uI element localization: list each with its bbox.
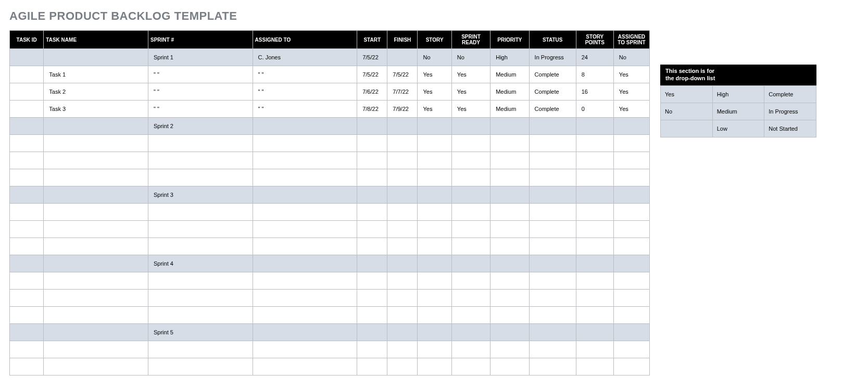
cell[interactable]: Complete	[529, 66, 576, 83]
cell[interactable]	[44, 49, 148, 66]
cell[interactable]	[148, 290, 253, 307]
cell[interactable]	[529, 186, 576, 204]
cell[interactable]: Task 1	[44, 66, 148, 83]
cell[interactable]	[44, 221, 148, 238]
cell[interactable]	[10, 272, 44, 290]
cell[interactable]	[418, 358, 451, 376]
cell[interactable]	[451, 186, 490, 204]
cell[interactable]	[529, 152, 576, 169]
cell[interactable]	[357, 221, 387, 238]
cell[interactable]	[613, 221, 649, 238]
cell[interactable]	[44, 118, 148, 135]
cell[interactable]	[357, 307, 387, 324]
cell[interactable]	[451, 221, 490, 238]
cell[interactable]	[418, 238, 451, 255]
cell[interactable]	[576, 290, 613, 307]
cell[interactable]: Yes	[613, 66, 649, 83]
cell[interactable]	[44, 341, 148, 358]
cell[interactable]: No	[613, 49, 649, 66]
cell[interactable]	[529, 290, 576, 307]
cell[interactable]	[10, 135, 44, 152]
cell[interactable]	[253, 186, 357, 204]
cell[interactable]	[529, 307, 576, 324]
cell[interactable]	[10, 152, 44, 169]
cell[interactable]: 8	[576, 66, 613, 83]
cell[interactable]	[490, 238, 529, 255]
cell[interactable]	[44, 135, 148, 152]
cell[interactable]	[387, 324, 418, 341]
cell[interactable]	[387, 152, 418, 169]
cell[interactable]	[418, 221, 451, 238]
cell[interactable]	[148, 238, 253, 255]
cell[interactable]	[357, 290, 387, 307]
cell[interactable]: 7/5/22	[357, 49, 387, 66]
cell[interactable]	[10, 66, 44, 83]
cell[interactable]	[357, 204, 387, 221]
cell[interactable]	[529, 169, 576, 186]
cell[interactable]: 0	[576, 101, 613, 118]
cell[interactable]	[253, 204, 357, 221]
cell[interactable]: 7/7/22	[387, 83, 418, 101]
cell[interactable]: Sprint 1	[148, 49, 253, 66]
cell[interactable]: " "	[253, 101, 357, 118]
cell[interactable]	[451, 272, 490, 290]
cell[interactable]	[576, 238, 613, 255]
cell[interactable]	[10, 169, 44, 186]
cell[interactable]	[148, 204, 253, 221]
cell[interactable]	[148, 152, 253, 169]
cell[interactable]	[387, 169, 418, 186]
cell[interactable]	[357, 324, 387, 341]
cell[interactable]	[418, 272, 451, 290]
cell[interactable]	[148, 358, 253, 376]
cell[interactable]: " "	[148, 83, 253, 101]
cell[interactable]	[451, 135, 490, 152]
cell[interactable]: Medium	[490, 83, 529, 101]
cell[interactable]: 7/5/22	[357, 66, 387, 83]
cell[interactable]	[253, 169, 357, 186]
cell[interactable]: " "	[148, 101, 253, 118]
cell[interactable]	[451, 204, 490, 221]
cell[interactable]	[613, 307, 649, 324]
cell[interactable]	[418, 307, 451, 324]
cell[interactable]	[529, 204, 576, 221]
cell[interactable]	[387, 118, 418, 135]
cell[interactable]: Sprint 2	[148, 118, 253, 135]
cell[interactable]	[357, 152, 387, 169]
cell[interactable]	[387, 307, 418, 324]
cell[interactable]	[148, 221, 253, 238]
cell[interactable]	[44, 272, 148, 290]
cell[interactable]	[253, 135, 357, 152]
cell[interactable]	[418, 169, 451, 186]
cell[interactable]	[357, 255, 387, 272]
cell[interactable]	[576, 358, 613, 376]
cell[interactable]	[529, 324, 576, 341]
cell[interactable]: Yes	[451, 66, 490, 83]
cell[interactable]	[490, 204, 529, 221]
cell[interactable]	[576, 118, 613, 135]
cell[interactable]	[613, 152, 649, 169]
cell[interactable]: 7/6/22	[357, 83, 387, 101]
cell[interactable]: Sprint 4	[148, 255, 253, 272]
cell[interactable]	[387, 358, 418, 376]
cell[interactable]	[576, 272, 613, 290]
cell[interactable]	[576, 324, 613, 341]
cell[interactable]	[576, 255, 613, 272]
cell[interactable]	[529, 255, 576, 272]
cell[interactable]	[529, 341, 576, 358]
cell[interactable]	[10, 221, 44, 238]
cell[interactable]	[576, 152, 613, 169]
cell[interactable]	[451, 152, 490, 169]
cell[interactable]	[253, 152, 357, 169]
cell[interactable]	[10, 83, 44, 101]
cell[interactable]: Sprint 5	[148, 324, 253, 341]
cell[interactable]	[44, 169, 148, 186]
cell[interactable]	[357, 169, 387, 186]
cell[interactable]	[10, 186, 44, 204]
cell[interactable]	[148, 272, 253, 290]
cell[interactable]	[10, 238, 44, 255]
cell[interactable]: " "	[253, 66, 357, 83]
cell[interactable]: " "	[148, 66, 253, 83]
cell[interactable]: Yes	[451, 101, 490, 118]
cell[interactable]	[490, 307, 529, 324]
cell[interactable]	[613, 341, 649, 358]
